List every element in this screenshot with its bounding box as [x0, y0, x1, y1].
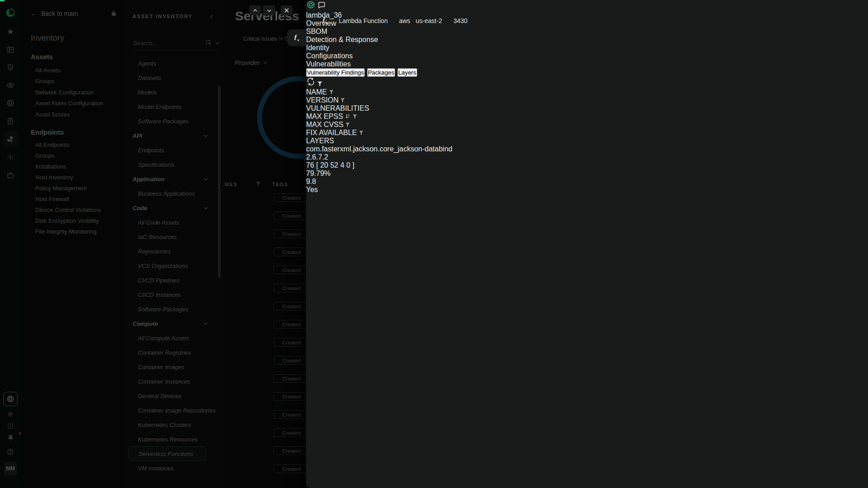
asset-type-item[interactable]: Kubernetes Clusters — [127, 418, 223, 432]
filter-icon[interactable] — [340, 96, 345, 104]
sidebar-item[interactable]: Policy Management — [35, 183, 123, 193]
panel-tab[interactable]: Detection & Response — [306, 36, 868, 44]
filter-icon[interactable] — [359, 129, 363, 136]
asset-type-item[interactable]: Software Packages — [127, 302, 223, 316]
filter-icon[interactable] — [353, 113, 357, 120]
asset-type-item[interactable]: Compute — [127, 316, 223, 331]
column-header-name[interactable]: NAME — [306, 88, 868, 96]
sort-icon[interactable] — [345, 113, 352, 120]
asset-type-item[interactable]: Model Endpoints — [127, 99, 223, 114]
sidebar-item[interactable]: Asset Scores — [35, 109, 123, 120]
provider-group-toggle[interactable]: Provider — [235, 59, 267, 66]
asset-type-item[interactable]: Business Applications — [127, 186, 223, 201]
notifications-bell-icon[interactable] — [0, 434, 21, 441]
asset-type-item[interactable]: Serverless Functions — [128, 446, 206, 461]
sidebar-item[interactable]: Installations — [35, 161, 123, 172]
filter-chip[interactable]: Critical Issues != 0 — [237, 36, 293, 48]
app-screen: MM ← Back to main Inventory Assets All A… — [0, 0, 868, 488]
asset-type-item[interactable]: All Code Assets — [127, 215, 223, 230]
sidebar-item[interactable]: Asset Roles Configuration — [35, 98, 123, 109]
subtab-button[interactable]: Layers — [397, 68, 417, 77]
asset-type-item[interactable]: General Devices — [127, 389, 223, 403]
asset-type-item[interactable]: CI/CD Pipelines — [127, 273, 223, 287]
orca-logo-icon[interactable] — [5, 7, 16, 18]
asset-type-item[interactable]: Software Packages — [127, 114, 223, 128]
panel-tab[interactable]: Identity — [306, 44, 868, 52]
sidebar-item[interactable]: All Assets — [35, 65, 123, 76]
sidebar-item[interactable]: File Integrity Monitoring — [35, 226, 123, 237]
risk-radar-icon[interactable] — [6, 99, 15, 108]
asset-type-item[interactable]: CI/CD Instances — [127, 287, 223, 302]
assets-blocks-icon[interactable] — [3, 132, 18, 146]
comments-icon[interactable] — [317, 3, 326, 11]
icon-rail: MM — [0, 0, 21, 488]
asset-type-item[interactable]: Container Image Repositories — [127, 403, 223, 418]
asset-type-item[interactable]: Agents — [127, 56, 223, 70]
chevron-down-icon[interactable] — [216, 41, 219, 44]
asset-type-item[interactable]: VCS Organizations — [127, 258, 223, 273]
visibility-eye-icon[interactable] — [6, 81, 15, 90]
column-header-layers[interactable]: LAYERS — [306, 137, 868, 145]
close-panel-button[interactable] — [281, 5, 292, 15]
sidebar-item[interactable]: Groups — [35, 150, 123, 161]
asset-type-item[interactable]: Code — [127, 201, 223, 215]
copilot-icon[interactable] — [306, 3, 317, 11]
column-header-max-epss[interactable]: MAX EPSS — [306, 113, 868, 121]
sidebar-item[interactable]: Groups — [35, 76, 123, 87]
copilot-icon[interactable] — [3, 392, 18, 406]
asset-type-item[interactable]: IaC Resources — [127, 230, 223, 244]
app-grid-icon[interactable] — [7, 422, 14, 430]
asset-type-item[interactable]: Repositories — [127, 244, 223, 258]
packages-table-header: NAME VERSION VULNERABILITIES MAX EPSS MA… — [306, 88, 868, 145]
asset-type-item[interactable]: API — [127, 128, 223, 143]
asset-type-item[interactable]: VM Instances — [127, 461, 223, 475]
sidebar-item[interactable]: Device Control Violations — [35, 204, 123, 215]
subtab-button[interactable]: Packages — [367, 68, 396, 77]
panel-tab[interactable]: Configurations — [306, 52, 868, 60]
asset-type-item[interactable]: Container Instances — [127, 374, 223, 389]
panel-tab[interactable]: Vulnerabilities — [306, 60, 868, 68]
back-to-main-button[interactable]: ← Back to main — [31, 10, 78, 17]
asset-type-item[interactable]: Container Registries — [127, 345, 223, 360]
help-circle-icon[interactable] — [7, 448, 14, 456]
column-header-fix-available[interactable]: FIX AVAILABLE — [306, 129, 868, 137]
filter-icon[interactable] — [345, 121, 350, 128]
refresh-icon[interactable] — [306, 80, 317, 88]
inventory-panels-icon[interactable] — [6, 46, 14, 54]
sidebar-item[interactable]: All Endpoints — [35, 139, 123, 150]
search-icon[interactable] — [205, 39, 212, 47]
scrollbar-thumb[interactable] — [218, 86, 221, 278]
filter-button[interactable] — [317, 80, 322, 88]
asset-type-item[interactable]: Endpoints — [127, 143, 223, 157]
sidebar-item[interactable]: Host Inventory — [35, 172, 123, 183]
compliance-clipboard-icon[interactable] — [6, 117, 14, 125]
collapse-panel-button[interactable] — [211, 12, 219, 20]
column-header-vulnerabilities[interactable]: VULNERABILITIES — [306, 104, 868, 113]
shield-alert-icon[interactable] — [6, 63, 14, 71]
asset-type-item[interactable]: Datasets — [127, 70, 223, 85]
filter-icon[interactable] — [329, 88, 334, 96]
favorites-star-icon[interactable] — [6, 28, 14, 36]
asset-type-item[interactable]: Container Images — [127, 360, 223, 374]
package-table-row[interactable]: com.fasterxml.jackson.core_jackson-datab… — [306, 145, 868, 194]
column-header-version[interactable]: VERSION — [306, 96, 868, 104]
settings-gear-icon[interactable] — [6, 410, 14, 418]
sidebar-item[interactable]: Host Firewall — [35, 193, 123, 204]
prev-asset-button[interactable] — [249, 5, 261, 15]
panel-tab[interactable]: SBOM — [306, 28, 868, 36]
workloads-box-icon[interactable] — [6, 171, 14, 179]
asset-type-item[interactable]: Specifications — [127, 157, 223, 172]
avatar[interactable]: MM — [4, 462, 17, 475]
lambda-asset-tab[interactable]: ƒx — [287, 29, 306, 46]
asset-type-item[interactable]: All Compute Assets — [127, 331, 223, 345]
sidebar-item[interactable]: Disk Encryption Visibility — [35, 215, 123, 226]
asset-type-item[interactable]: Application — [127, 172, 223, 186]
sidebar-item[interactable]: Network Configuration — [35, 87, 123, 98]
asset-type-item[interactable]: Models — [127, 85, 223, 99]
asset-type-item[interactable]: Kubernetes Resources — [127, 432, 223, 446]
asset-search[interactable]: Search... — [133, 39, 219, 51]
column-header-max-cvss[interactable]: MAX CVSS — [306, 121, 868, 129]
next-asset-button[interactable] — [263, 5, 275, 15]
subtab-button[interactable]: Vulnerability Findings — [306, 68, 365, 77]
ai-security-icon[interactable] — [6, 153, 14, 161]
